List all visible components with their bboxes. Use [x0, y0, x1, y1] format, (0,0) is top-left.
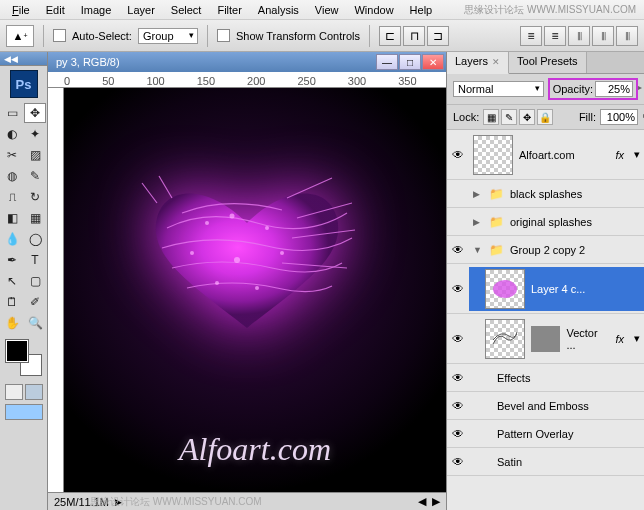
distribute-icon[interactable]: ⫴: [592, 26, 614, 46]
layers-tab[interactable]: Layers✕: [447, 52, 509, 74]
layer-row[interactable]: 👁 Alfoart.com fx ▾: [447, 130, 644, 180]
layer-row[interactable]: 👁 ▼ 📁 Group 2 copy 2: [447, 236, 644, 264]
blur-tool[interactable]: 💧: [1, 229, 23, 249]
effect-row[interactable]: 👁 Bevel and Emboss: [447, 392, 644, 420]
menu-help[interactable]: Help: [402, 2, 441, 18]
auto-select-checkbox[interactable]: [53, 29, 66, 42]
visibility-icon[interactable]: 👁: [447, 427, 469, 441]
scroll-left-icon[interactable]: ◀: [418, 495, 426, 508]
auto-select-dropdown[interactable]: Group: [138, 28, 198, 44]
menu-window[interactable]: Window: [346, 2, 401, 18]
type-tool[interactable]: T: [24, 250, 46, 270]
foreground-swatch[interactable]: [6, 340, 28, 362]
layer-row[interactable]: 👁 Vector ... fx ▾: [447, 314, 644, 364]
heal-tool[interactable]: ◍: [1, 166, 23, 186]
layer-name[interactable]: Layer 4 c...: [531, 283, 585, 295]
eraser-tool[interactable]: ◧: [1, 208, 23, 228]
slice-tool[interactable]: ▨: [24, 145, 46, 165]
distribute-icon[interactable]: ⫴: [616, 26, 638, 46]
mask-thumbnail[interactable]: [531, 326, 561, 352]
notes-tool[interactable]: 🗒: [1, 292, 23, 312]
visibility-icon[interactable]: 👁: [447, 371, 469, 385]
layer-name[interactable]: black splashes: [510, 188, 582, 200]
screen-mode-icon[interactable]: [5, 404, 43, 420]
zoom-tool[interactable]: 🔍: [24, 313, 46, 333]
toolpresets-tab[interactable]: Tool Presets: [509, 52, 587, 73]
path-tool[interactable]: ↖: [1, 271, 23, 291]
crop-tool[interactable]: ✂: [1, 145, 23, 165]
layer-row[interactable]: ▶ 📁 original splashes: [447, 208, 644, 236]
visibility-icon[interactable]: 👁: [447, 148, 469, 162]
lasso-tool[interactable]: ◐: [1, 124, 23, 144]
lock-position-icon[interactable]: ✥: [519, 109, 535, 125]
menu-analysis[interactable]: Analysis: [250, 2, 307, 18]
show-transform-checkbox[interactable]: [217, 29, 230, 42]
menu-image[interactable]: Image: [73, 2, 120, 18]
opacity-field[interactable]: 25%: [595, 81, 633, 97]
pen-tool[interactable]: ✒: [1, 250, 23, 270]
distribute-icon[interactable]: ⫴: [568, 26, 590, 46]
history-brush-tool[interactable]: ↻: [24, 187, 46, 207]
close-tab-icon[interactable]: ✕: [492, 57, 500, 67]
menu-file[interactable]: File: [4, 2, 38, 18]
eyedropper-tool[interactable]: ✐: [24, 292, 46, 312]
fx-badge[interactable]: fx: [615, 149, 628, 161]
maximize-button[interactable]: □: [399, 54, 421, 70]
distribute-icon[interactable]: ≡: [520, 26, 542, 46]
effect-row[interactable]: 👁 Effects: [447, 364, 644, 392]
brush-tool[interactable]: ✎: [24, 166, 46, 186]
menu-filter[interactable]: Filter: [209, 2, 249, 18]
gradient-tool[interactable]: ▦: [24, 208, 46, 228]
fx-badge[interactable]: fx: [615, 333, 628, 345]
marquee-tool[interactable]: ▭: [1, 103, 23, 123]
dodge-tool[interactable]: ◯: [24, 229, 46, 249]
color-swatches[interactable]: [6, 340, 42, 376]
align-icon[interactable]: ⊐: [427, 26, 449, 46]
fill-field[interactable]: 100%: [600, 109, 638, 125]
stamp-tool[interactable]: ⎍: [1, 187, 23, 207]
distribute-icon[interactable]: ≡: [544, 26, 566, 46]
align-icon[interactable]: ⊓: [403, 26, 425, 46]
visibility-icon[interactable]: 👁: [447, 399, 469, 413]
layer-thumbnail[interactable]: [485, 319, 525, 359]
standard-mode-icon[interactable]: [5, 384, 23, 400]
expand-icon[interactable]: ▼: [473, 245, 483, 255]
layer-name[interactable]: Group 2 copy 2: [510, 244, 585, 256]
move-tool[interactable]: ✥: [24, 103, 46, 123]
chevron-down-icon[interactable]: ▾: [634, 148, 640, 161]
lock-all-icon[interactable]: 🔒: [537, 109, 553, 125]
scroll-right-icon[interactable]: ▶: [432, 495, 440, 508]
visibility-icon[interactable]: 👁: [447, 243, 469, 257]
toolbox-grab[interactable]: ◀◀: [0, 52, 47, 66]
canvas[interactable]: Alfoart.com: [64, 88, 446, 492]
blend-mode-dropdown[interactable]: Normal: [453, 81, 544, 97]
menu-layer[interactable]: Layer: [119, 2, 163, 18]
layer-thumbnail[interactable]: [473, 135, 513, 175]
expand-icon[interactable]: ▶: [473, 189, 483, 199]
layer-name[interactable]: original splashes: [510, 216, 592, 228]
menu-select[interactable]: Select: [163, 2, 210, 18]
layer-name[interactable]: Alfoart.com: [519, 149, 575, 161]
menu-view[interactable]: View: [307, 2, 347, 18]
current-tool-indicator[interactable]: ▲+: [6, 25, 34, 47]
layer-row[interactable]: 👁 Layer 4 c...: [447, 264, 644, 314]
lock-pixels-icon[interactable]: ✎: [501, 109, 517, 125]
layer-name[interactable]: Vector ...: [566, 327, 609, 351]
menu-edit[interactable]: Edit: [38, 2, 73, 18]
layer-row[interactable]: ▶ 📁 black splashes: [447, 180, 644, 208]
chevron-down-icon[interactable]: ▾: [634, 332, 640, 345]
layer-thumbnail[interactable]: [485, 269, 525, 309]
quickmask-mode-icon[interactable]: [25, 384, 43, 400]
shape-tool[interactable]: ▢: [24, 271, 46, 291]
effect-row[interactable]: 👁 Satin: [447, 448, 644, 476]
wand-tool[interactable]: ✦: [24, 124, 46, 144]
expand-icon[interactable]: ▶: [473, 217, 483, 227]
visibility-icon[interactable]: 👁: [447, 455, 469, 469]
effect-row[interactable]: 👁 Pattern Overlay: [447, 420, 644, 448]
hand-tool[interactable]: ✋: [1, 313, 23, 333]
close-button[interactable]: ✕: [422, 54, 444, 70]
visibility-icon[interactable]: 👁: [447, 332, 469, 346]
visibility-icon[interactable]: 👁: [447, 282, 469, 296]
lock-transparency-icon[interactable]: ▦: [483, 109, 499, 125]
minimize-button[interactable]: —: [376, 54, 398, 70]
